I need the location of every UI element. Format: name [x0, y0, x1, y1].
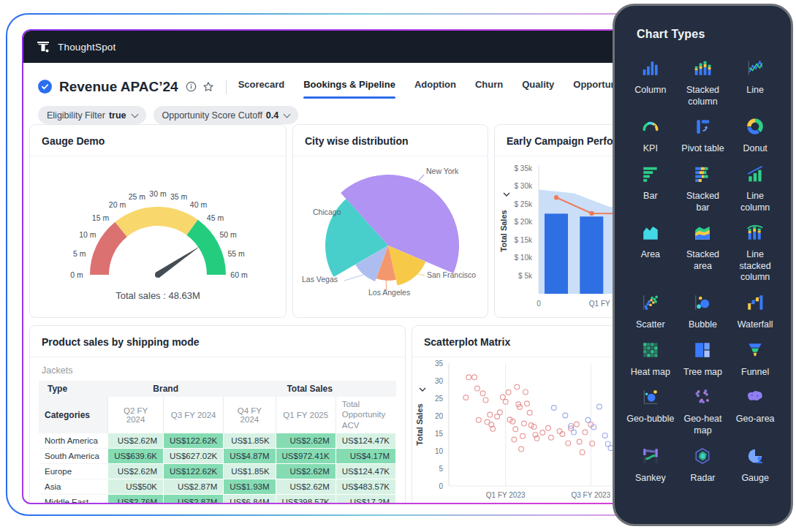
line-icon [746, 58, 765, 80]
tab-churn[interactable]: Churn [475, 75, 503, 99]
filter-chip-opportunity-score-cutoff[interactable]: Opportunity Score Cutoff0.4 [153, 106, 299, 124]
table-row: South AmericaUS$639.6KUS$627.02KUS$4.87M… [39, 449, 396, 464]
table-cell[interactable]: US$2.62M [108, 433, 164, 449]
chart-type-label: Sankey [635, 473, 666, 484]
stacked-bar-icon [693, 164, 712, 186]
chart-type-line[interactable]: Line [729, 58, 781, 96]
chart-type-line-column[interactable]: Line column [729, 164, 781, 213]
chart-type-sankey[interactable]: Sankey [625, 446, 676, 484]
chart-type-area[interactable]: Area [625, 223, 676, 261]
table-cell[interactable]: US$2.62M [276, 479, 336, 495]
card-title: Product sales by shipping mode [42, 336, 199, 348]
col-header[interactable]: Q2 FY 2024 [108, 397, 164, 433]
table-cell[interactable]: US$1.85K [224, 464, 276, 479]
table-row: EuropeUS$2.62MUS$122.62KUS$1.85KUS$2.62M… [39, 464, 396, 479]
chart-type-kpi[interactable]: KPI [625, 117, 676, 155]
pie-chart: New YorkSan FranciscoLos AngelesLas Vega… [293, 156, 488, 318]
table-row: Middle EastUS$2.76MUS$2.87MUS$6.84MUS$39… [39, 495, 396, 503]
table-cell[interactable]: US$639.6K [108, 449, 164, 464]
table-cell[interactable]: US$4.87M [224, 449, 276, 464]
chart-type-label: Area [641, 249, 660, 261]
filter-chip-eligibility-filter[interactable]: Eligibility Filtertrue [38, 106, 146, 124]
col-group-brand: Brand [108, 381, 224, 397]
col-header[interactable]: Q4 FY 2024 [224, 397, 276, 433]
chart-type-geo-bubble[interactable]: Geo-bubble [625, 387, 676, 425]
svg-text:55 m: 55 m [228, 249, 246, 258]
table-cell[interactable]: US$2.76M [108, 495, 164, 503]
star-icon[interactable] [202, 81, 214, 93]
col-header[interactable]: Categories [39, 397, 108, 433]
table-cell[interactable]: US$50K [108, 479, 164, 495]
chart-type-column[interactable]: Column [625, 58, 676, 96]
chart-type-label: Heat map [631, 367, 670, 379]
gauge-chart: 0 m5 m10 m15 m20 m25 m30 m35 m40 m45 m50… [30, 156, 286, 293]
chart-type-geo-heat-map[interactable]: Geo-heat map [678, 387, 729, 436]
header-divider [226, 80, 227, 94]
svg-text:$ 5k: $ 5k [518, 272, 533, 280]
chart-type-funnel[interactable]: Funnel [729, 341, 781, 379]
chart-type-stacked-column[interactable]: Stacked column [678, 58, 729, 107]
chart-type-stacked-bar[interactable]: Stacked bar [678, 164, 729, 213]
table-cell[interactable]: US$124.47K [336, 433, 395, 449]
table-cell[interactable]: US$2.87M [164, 479, 224, 495]
col-header[interactable]: Q1 FY 2025 [276, 397, 336, 433]
svg-text:Q3 FY 2023: Q3 FY 2023 [571, 491, 610, 499]
table-row: AsiaUS$50KUS$2.87MUS$1.93MUS$2.62MUS$483… [39, 479, 396, 495]
table-cell[interactable]: US$1.93M [224, 479, 276, 495]
table-cell[interactable]: US$1.85K [224, 433, 276, 449]
verified-check-icon [38, 80, 52, 94]
tab-bookings-pipeline[interactable]: Bookings & Pipeline [303, 75, 395, 99]
chart-type-radar[interactable]: Radar [678, 446, 729, 484]
page-title: Revenue APAC’24 [59, 79, 178, 95]
table-cell[interactable]: US$122.62K [164, 433, 224, 449]
chart-type-stacked-area[interactable]: Stacked area [678, 223, 729, 272]
pivot-table-icon [693, 117, 712, 139]
svg-text:New York: New York [426, 167, 459, 175]
svg-text:35 m: 35 m [170, 192, 188, 201]
chart-type-donut[interactable]: Donut [729, 117, 781, 155]
table-cell[interactable]: US$122.62K [164, 464, 224, 479]
table-cell[interactable]: US$2.87M [164, 495, 224, 503]
table-cell[interactable]: US$124.47K [336, 464, 395, 479]
info-icon[interactable] [186, 81, 197, 92]
line-column-icon [746, 164, 765, 186]
chart-type-waterfall[interactable]: Waterfall [729, 293, 781, 331]
svg-text:$ 35k: $ 35k [515, 164, 533, 172]
table-cell[interactable]: US$483.57K [336, 479, 395, 495]
table-cell[interactable]: US$2.62M [108, 464, 164, 479]
svg-text:10: 10 [435, 447, 444, 455]
donut-icon [746, 117, 765, 139]
col-header[interactable]: Q3 FY 2024 [164, 397, 224, 433]
table-cell[interactable]: US$17.2M [336, 495, 395, 503]
table-cell[interactable]: US$627.02K [164, 449, 224, 464]
col-header[interactable]: Total Opportunity ACV [336, 397, 395, 433]
card-title: Gauge Demo [42, 135, 105, 147]
table-cell[interactable]: US$972.41K [276, 449, 336, 464]
chart-type-heat-map[interactable]: Heat map [625, 341, 676, 379]
svg-text:Q1 FY 2023: Q1 FY 2023 [486, 491, 526, 499]
table-cell[interactable]: US$2.62M [276, 433, 336, 449]
svg-text:Chicago: Chicago [313, 208, 341, 216]
chart-type-scatter[interactable]: Scatter [625, 293, 676, 331]
area-icon [641, 223, 660, 245]
table-cell[interactable]: US$398.57K [276, 495, 336, 503]
chart-type-label: Bar [643, 191, 657, 202]
tab-adoption[interactable]: Adoption [414, 75, 456, 99]
kpi-icon [641, 117, 660, 139]
chart-type-gauge[interactable]: Gauge [729, 446, 781, 484]
svg-text:$ 15k: $ 15k [515, 236, 533, 244]
tab-scorecard[interactable]: Scorecard [238, 75, 285, 99]
table-cell[interactable]: US$6.84M [224, 495, 276, 503]
chart-type-bubble[interactable]: Bubble [678, 293, 729, 331]
chart-type-bar[interactable]: Bar [625, 164, 676, 202]
sankey-icon [641, 446, 660, 468]
chart-type-tree-map[interactable]: Tree map [678, 341, 729, 379]
chart-type-line-stacked-column[interactable]: Line stacked column [729, 223, 781, 284]
table-cell[interactable]: US$2.62M [276, 464, 336, 479]
table-cell[interactable]: US$4.17M [336, 449, 395, 464]
chart-type-pivot-table[interactable]: Pivot table [678, 117, 729, 155]
thoughtspot-logo-icon[interactable] [35, 39, 51, 55]
tab-quality[interactable]: Quality [522, 75, 554, 99]
svg-text:0: 0 [439, 482, 443, 490]
chart-type-geo-area[interactable]: Geo-area [729, 387, 781, 425]
